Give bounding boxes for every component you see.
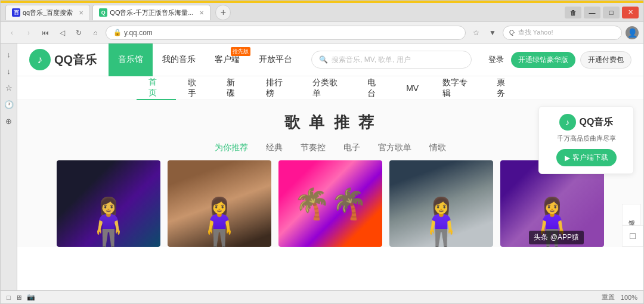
sub-nav-digital-album[interactable]: 数字专辑	[431, 76, 485, 100]
sub-nav: 首页 歌手 新碟 排行榜 分类歌单 电台 MV 数字专辑 票务	[17, 76, 643, 100]
user-avatar[interactable]: 👤	[626, 26, 639, 39]
tab-qqmusic[interactable]: Q QQ音乐-千万正版音乐海量... ✕	[92, 5, 210, 20]
nav-item-music-hall[interactable]: 音乐馆	[109, 44, 153, 76]
maximize-button[interactable]: □	[603, 7, 620, 18]
nav-music-hall-label: 音乐馆	[118, 54, 143, 65]
tab-close-icon2[interactable]: ✕	[199, 10, 204, 16]
qq-music-logo: ♪ QQ音乐	[29, 49, 97, 70]
content-area: 歌 单 推 荐 为你推荐 经典 节奏控 电子 官方歌单 情歌	[17, 100, 643, 247]
tab-qqmusic-label: QQ音乐-千万正版音乐海量...	[110, 8, 193, 17]
search-placeholder: 搜索音乐, MV, 歌单, 用户	[332, 55, 411, 65]
nav-my-music-label: 我的音乐	[162, 54, 196, 65]
music-card-2[interactable]: 🧍‍♀️	[168, 160, 271, 247]
sub-nav-digital-album-label: 数字专辑	[442, 77, 473, 99]
refresh-button[interactable]: ↻	[72, 26, 85, 39]
filter-tab-official[interactable]: 官方歌单	[378, 142, 411, 153]
music-card-3[interactable]: 🌴🌴	[278, 160, 382, 247]
nav-item-my-music[interactable]: 我的音乐	[153, 44, 205, 76]
side-widget: ♪ QQ音乐 千万高品质曲库尽享 ▶ 客户端下载	[538, 106, 634, 174]
qq-music-header: ♪ QQ音乐 音乐馆 我的音乐 客户端 抢先版	[17, 44, 643, 76]
search-engine-icon: Q·	[509, 29, 516, 36]
nav-client-label: 客户端	[215, 54, 240, 65]
status-icon-1: □	[7, 294, 11, 301]
browser-body: ↓ ↓ ☆ 🕐 ⊕ ♪ QQ音乐 音乐馆	[1, 44, 643, 290]
music-card-4[interactable]: 🧍‍♀️	[389, 160, 493, 247]
close-button[interactable]: ✕	[622, 7, 639, 18]
client-badge: 抢先版	[231, 47, 250, 56]
sidebar-clock-icon[interactable]: 🕐	[3, 98, 15, 110]
tab-close-icon[interactable]: ✕	[79, 10, 83, 16]
browser-window: 百 qq音乐_百度搜索 ✕ Q QQ音乐-千万正版音乐海量... ✕ + 🗑 —…	[0, 0, 644, 304]
status-bar: □ 🖥 📷 重置 100%	[1, 290, 643, 303]
address-input[interactable]: 🔒 y.qq.com	[106, 26, 466, 40]
filter-tab-classic[interactable]: 经典	[266, 142, 283, 153]
download-label: 客户端下载	[572, 153, 608, 163]
nav-open-platform-label: 开放平台	[259, 54, 292, 65]
zoom-level: 100%	[621, 294, 637, 301]
filter-tab-electronic[interactable]: 电子	[343, 142, 360, 153]
minimize-button[interactable]: —	[584, 7, 600, 18]
plus-icon: +	[221, 7, 226, 18]
sub-nav-singer[interactable]: 歌手	[176, 76, 215, 100]
qq-logo-text: QQ音乐	[54, 52, 97, 68]
forward-button[interactable]: ›	[22, 26, 35, 39]
prev-page-button[interactable]: ◁	[55, 26, 69, 39]
tab-baidu[interactable]: 百 qq音乐_百度搜索 ✕	[5, 5, 90, 20]
search-placeholder-text: 查找 Yahoo!	[518, 28, 553, 37]
title-bar: 百 qq音乐_百度搜索 ✕ Q QQ音乐-千万正版音乐海量... ✕ + 🗑 —…	[1, 3, 643, 22]
filter-tab-recommended[interactable]: 为你推荐	[215, 142, 248, 153]
filter-tab-love[interactable]: 情歌	[429, 142, 446, 153]
fee-button[interactable]: 开通付费包	[580, 51, 631, 69]
feedback-text-button[interactable]: 反馈	[622, 204, 641, 225]
login-button[interactable]: 登录	[481, 52, 511, 67]
back-button[interactable]: ‹	[5, 26, 18, 39]
sub-nav-playlist[interactable]: 分类歌单	[301, 76, 355, 100]
sub-nav-newdisc[interactable]: 新碟	[215, 76, 254, 100]
browser-sidebar: ↓ ↓ ☆ 🕐 ⊕	[1, 44, 17, 290]
status-icon-3: 📷	[27, 293, 35, 301]
search-icon: 🔍	[319, 55, 328, 64]
search-box[interactable]: Q· 查找 Yahoo!	[503, 26, 622, 40]
first-page-button[interactable]: ⏮	[39, 26, 52, 39]
reload-label[interactable]: 重置	[602, 293, 615, 302]
new-tab-button[interactable]: +	[215, 5, 231, 20]
side-widget-sub: 千万高品质曲库尽享	[546, 134, 626, 143]
sub-nav-mv-label: MV	[406, 83, 419, 93]
sidebar-download-icon[interactable]: ↓	[3, 48, 15, 60]
nav-item-client[interactable]: 客户端 抢先版	[205, 44, 249, 76]
sub-nav-mv[interactable]: MV	[394, 76, 431, 100]
filter-tab-rhythm[interactable]: 节奏控	[301, 142, 326, 153]
sidebar-add-icon[interactable]: ⊕	[3, 115, 15, 127]
sub-nav-tickets-label: 票务	[497, 77, 512, 99]
home-button[interactable]: ⌂	[89, 26, 102, 39]
qqmusic-favicon: Q	[99, 8, 107, 17]
tab-baidu-label: qq音乐_百度搜索	[23, 8, 73, 17]
sub-nav-tickets[interactable]: 票务	[485, 76, 524, 100]
side-widget-download-button[interactable]: ▶ 客户端下载	[556, 149, 617, 166]
sub-nav-ranking-label: 排行榜	[266, 77, 289, 99]
vip-button[interactable]: 开通绿钻豪华版	[511, 52, 575, 68]
watermark: 头条 @APP猿	[529, 231, 584, 244]
music-card-1[interactable]: 🧍‍♀️	[57, 160, 160, 247]
sub-nav-home[interactable]: 首页	[137, 76, 176, 100]
baidu-favicon: 百	[12, 8, 20, 17]
sub-nav-singer-label: 歌手	[188, 77, 203, 99]
sub-nav-playlist-label: 分类歌单	[312, 77, 343, 99]
address-bar: ‹ › ⏮ ◁ ↻ ⌂ 🔒 y.qq.com ☆ ▼ Q· 查找 Yahoo! …	[1, 22, 643, 44]
nav-item-open-platform[interactable]: 开放平台	[249, 44, 302, 76]
sub-nav-radio-label: 电台	[367, 77, 383, 99]
bookmark-icon[interactable]: ☆	[469, 26, 482, 39]
trash-icon[interactable]: 🗑	[565, 7, 581, 18]
header-search[interactable]: 🔍 搜索音乐, MV, 歌单, 用户	[311, 51, 472, 69]
feedback-icon-button[interactable]: □	[622, 225, 643, 247]
bookmark-arrow-icon[interactable]: ▼	[486, 26, 499, 39]
qq-logo-char: ♪	[38, 54, 43, 66]
download-icon: ▶	[565, 154, 570, 162]
main-nav: 音乐馆 我的音乐 客户端 抢先版 开放平台	[109, 44, 302, 76]
side-widget-logo-icon: ♪	[559, 114, 576, 131]
sidebar-star-icon[interactable]: ☆	[3, 82, 15, 94]
sub-nav-ranking[interactable]: 排行榜	[254, 76, 301, 100]
side-widget-title: QQ音乐	[580, 116, 614, 129]
sub-nav-radio[interactable]: 电台	[355, 76, 395, 100]
sidebar-download2-icon[interactable]: ↓	[3, 65, 15, 77]
